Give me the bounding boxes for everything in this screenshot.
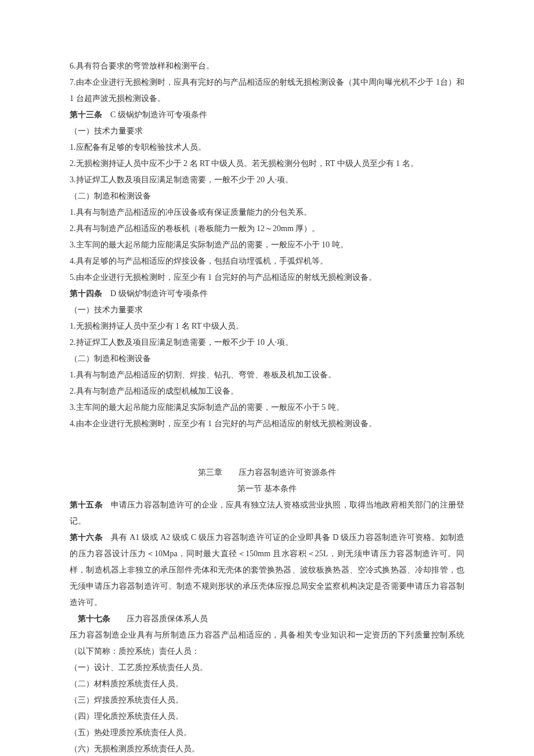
section-title: 第一节 基本条件 (70, 481, 464, 497)
subheading: （一）技术力量要求 (70, 123, 464, 139)
list-item: 4.由本企业进行无损检测时，应至少有 1 台完好的与产品相适应的射线无损检测设备… (70, 416, 464, 432)
article-label: 第十五条 (70, 501, 103, 509)
list-item: 3.主车间的最大起吊能力应能满足实际制造产品的需要，一般应不小于 5 吨。 (70, 399, 464, 416)
list-item: 5.由本企业进行无损检测时，应至少有 1 台完好的与产品相适应的射线无损检测设备… (70, 269, 464, 286)
list-item: （五）热处理质控系统责任人员。 (70, 725, 464, 741)
list-item: 4.具有足够的与产品相适应的焊接设备，包括自动埋弧机，手弧焊机等。 (70, 253, 464, 269)
article-label: 第十六条 (70, 533, 103, 542)
article-heading: 第十四条 D 级锅炉制造许可专项条件 (70, 286, 464, 302)
list-item: （四）理化质控系统责任人员。 (70, 708, 464, 725)
article-paragraph: 第十五条 申请压力容器制造许可的企业，应具有独立法人资格或营业执照，取得当地政府… (70, 497, 464, 530)
list-item: 2.无损检测持证人员中应不少于 2 名 RT 中级人员。若无损检测分包时，RT … (70, 156, 464, 172)
list-item: 1.无损检测持证人员中至少有 1 名 RT 中级人员。 (70, 318, 464, 334)
article-title: D 级锅炉制造许可专项条件 (102, 289, 208, 298)
article-title: C 级锅炉制造许可专项条件 (102, 110, 207, 119)
subheading: （一）技术力量要求 (70, 302, 464, 318)
article-paragraph: 第十六条 具有 A1 级或 A2 级或 C 级压力容器制造许可证的企业即具备 D… (70, 530, 464, 611)
list-item: 2.持证焊工人数及项目应满足制造需要，一般不少于 10 人·项。 (70, 334, 464, 351)
list-item: （二）材料质控系统责任人员。 (70, 676, 464, 692)
article-text: 具有 A1 级或 A2 级或 C 级压力容器制造许可证的企业即具备 D 级压力容… (70, 533, 464, 607)
article-heading: 第十七条 压力容器质保体系人员 (70, 611, 464, 627)
list-item: （三）焊接质控系统责任人员。 (70, 692, 464, 708)
list-item: （一）设计、工艺质控系统责任人员。 (70, 660, 464, 676)
article-label: 第十三条 (70, 110, 102, 119)
article-label: 第十七条 (70, 614, 110, 623)
list-item: （六）无损检测质控系统责任人员。 (70, 741, 464, 756)
list-item: 1.具有与制造产品相适应的切割、焊接、钻孔、弯管、卷板及机加工设备。 (70, 367, 464, 383)
body-text: 7.由本企业进行无损检测时，应具有完好的与产品相适应的射线无损检测设备（其中周向… (70, 74, 464, 107)
spacer (70, 432, 464, 465)
list-item: 1.应配备有足够的专职检验技术人员。 (70, 139, 464, 156)
body-text: 压力容器制造企业具有与所制造压力容器产品相适应的，具备相关专业知识和一定资历的下… (70, 627, 464, 660)
subheading: （二）制造和检测设备 (70, 188, 464, 204)
article-text: 申请压力容器制造许可的企业，应具有独立法人资格或营业执照，取得当地政府相关部门的… (70, 501, 464, 525)
list-item: 1.具有与制造产品相适应的冲压设备或有保证质量能力的分包关系。 (70, 204, 464, 221)
list-item: 2.具有与制造产品相适应的卷板机（卷板能力一般为 12～20mm 厚）。 (70, 221, 464, 237)
article-label: 第十四条 (70, 289, 102, 298)
chapter-title: 第三章 压力容器制造许可资源条件 (70, 465, 464, 481)
subheading: （二）制造和检测设备 (70, 351, 464, 367)
list-item: 3.主车间的最大起吊能力应能满足实际制造产品的需要，一般应不小于 10 吨。 (70, 237, 464, 253)
body-text: 6.具有符合要求的弯管放样和检测平台。 (70, 58, 464, 74)
list-item: 3.持证焊工人数及项目应满足制造需要，一般不少于 20 人·项。 (70, 172, 464, 188)
article-title: 压力容器质保体系人员 (110, 614, 208, 623)
list-item: 2.具有与制造产品相适应的成型机械加工设备。 (70, 383, 464, 399)
article-heading: 第十三条 C 级锅炉制造许可专项条件 (70, 107, 464, 123)
